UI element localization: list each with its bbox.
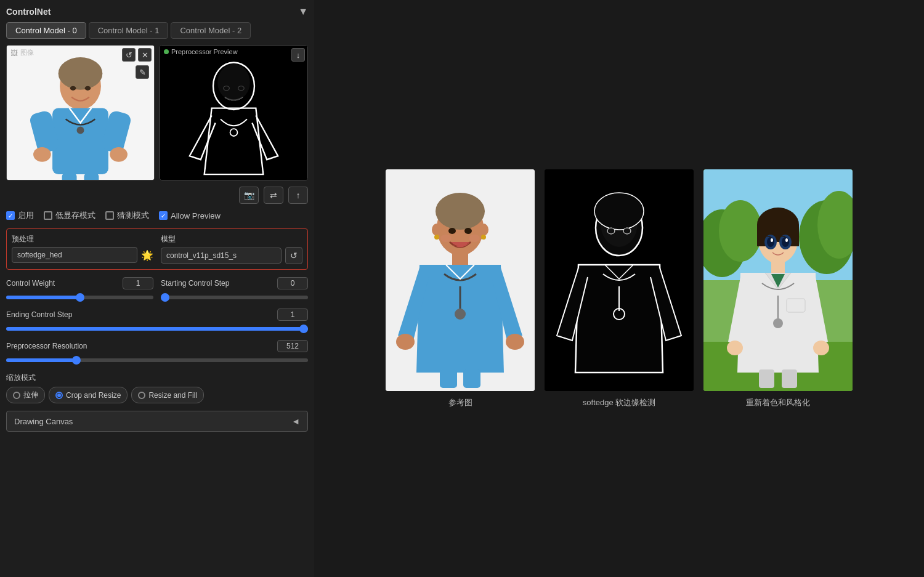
drawing-canvas-row[interactable]: Drawing Canvas ◄ <box>6 411 308 432</box>
guess-mode-checkbox[interactable]: 猜测模式 <box>105 210 149 221</box>
svg-point-33 <box>469 235 480 242</box>
panel-header: ControlNet ▼ <box>6 6 308 17</box>
tab-control-model-0[interactable]: Control Model - 0 <box>6 22 86 39</box>
input-image-box[interactable]: 🖼 图像 ↺ ✕ ✎ <box>6 45 155 180</box>
svg-rect-60 <box>771 262 785 274</box>
svg-point-58 <box>771 238 773 242</box>
allow-preview-label: Allow Preview <box>171 211 221 220</box>
close-image-button[interactable]: ✕ <box>138 48 152 62</box>
svg-point-42 <box>623 228 631 234</box>
svg-rect-35 <box>463 369 480 388</box>
download-preview-button[interactable]: ↓ <box>291 48 305 62</box>
nurse-svg <box>7 46 154 180</box>
svg-point-25 <box>481 235 486 240</box>
allow-preview-checkbox[interactable]: Allow Preview <box>159 211 221 220</box>
svg-point-8 <box>77 126 84 134</box>
edit-image-button[interactable]: ✎ <box>136 65 149 79</box>
reference-image <box>386 169 535 391</box>
control-weight-slider[interactable] <box>6 296 153 299</box>
svg-point-41 <box>607 228 615 234</box>
svg-point-21 <box>436 193 485 230</box>
anime-image <box>703 169 853 391</box>
right-panel: 参考图 <box>314 0 924 577</box>
svg-point-22 <box>432 224 442 236</box>
radio-crop-resize[interactable]: Crop and Resize <box>49 387 128 403</box>
preprocessor-preview-box[interactable]: Preprocessor Preview ↓ <box>160 45 308 180</box>
low-vram-checkbox-box[interactable] <box>44 211 52 220</box>
softedge-image <box>545 169 694 391</box>
svg-point-27 <box>396 334 415 350</box>
radio-resize-fill-label: Resize and Fill <box>148 391 197 400</box>
model-row: 预处理 softedge_hed 🌟 模型 control_v11p_sd15_… <box>12 234 302 264</box>
svg-point-57 <box>782 237 789 247</box>
preprocessor-res-slider[interactable] <box>6 358 308 362</box>
radio-resize-fill[interactable]: Resize and Fill <box>131 387 204 403</box>
svg-rect-34 <box>440 369 457 388</box>
camera-button[interactable]: 📷 <box>239 187 259 204</box>
nurse-photo <box>7 46 154 180</box>
tab-control-model-1[interactable]: Control Model - 1 <box>89 22 169 39</box>
tab-control-model-2[interactable]: Control Model - 2 <box>171 22 251 39</box>
preprocessor-preview-label: Preprocessor Preview <box>171 48 238 55</box>
guess-mode-label: 猜测模式 <box>117 210 149 221</box>
svg-point-6 <box>33 147 51 162</box>
drawing-canvas-label: Drawing Canvas <box>14 417 73 426</box>
svg-point-46 <box>719 200 762 262</box>
svg-point-62 <box>727 341 743 355</box>
gallery-caption-softedge: softedge 软边缘检测 <box>583 397 656 408</box>
svg-point-32 <box>440 235 452 242</box>
svg-point-7 <box>110 147 128 162</box>
svg-point-18 <box>217 64 250 101</box>
enable-label: 启用 <box>18 210 34 221</box>
starting-step-label: Starting Control Step <box>161 279 235 288</box>
svg-rect-66 <box>782 369 797 388</box>
svg-point-31 <box>464 228 472 234</box>
svg-point-59 <box>785 238 788 242</box>
svg-rect-53 <box>790 225 799 246</box>
gallery-item-anime: 重新着色和风格化 <box>703 169 853 408</box>
sketch-preview <box>160 46 307 180</box>
starting-step-slider[interactable] <box>161 296 308 299</box>
model-select[interactable]: control_v11p_sd15_s <box>161 248 282 264</box>
preprocessor-col: 预处理 softedge_hed 🌟 <box>12 234 153 264</box>
left-panel: ControlNet ▼ Control Model - 0 Control M… <box>0 0 314 577</box>
preprocessor-select[interactable]: softedge_hed <box>12 247 137 263</box>
svg-point-56 <box>767 237 774 247</box>
image-label: 图像 <box>20 48 34 57</box>
guess-mode-checkbox-box[interactable] <box>105 211 114 220</box>
radio-stretch-label: 拉伸 <box>23 390 38 400</box>
radio-stretch[interactable]: 拉伸 <box>6 387 45 403</box>
status-dot <box>164 49 169 54</box>
svg-point-39 <box>594 193 644 230</box>
sketch-svg <box>160 46 307 180</box>
gallery: 参考图 <box>386 169 853 408</box>
svg-point-28 <box>506 334 524 350</box>
gallery-item-softedge: softedge 软边缘检测 <box>545 169 694 408</box>
fire-icon: 🌟 <box>141 249 153 261</box>
starting-step-value[interactable]: 0 <box>277 277 308 289</box>
allow-preview-checkbox-box[interactable] <box>159 211 168 220</box>
preprocessor-label: 预处理 <box>12 234 153 244</box>
ending-step-slider[interactable] <box>6 327 308 331</box>
upload-button[interactable]: ↑ <box>288 187 308 204</box>
enable-checkbox[interactable]: 启用 <box>6 210 34 221</box>
refresh-model-button[interactable]: ↺ <box>285 247 302 264</box>
zoom-mode-options: 拉伸 Crop and Resize Resize and Fill <box>6 387 308 403</box>
control-weight-label: Control Weight <box>6 279 80 288</box>
ending-step-value[interactable]: 1 <box>277 309 308 321</box>
collapse-arrow-icon[interactable]: ▼ <box>298 6 308 17</box>
tabs-container: Control Model - 0 Control Model - 1 Cont… <box>6 22 308 39</box>
control-weight-value[interactable]: 1 <box>123 277 153 289</box>
svg-point-30 <box>448 228 456 234</box>
preprocessor-res-value[interactable]: 512 <box>277 340 308 352</box>
svg-rect-11 <box>62 173 77 180</box>
refresh-image-button[interactable]: ↺ <box>122 48 136 62</box>
low-vram-checkbox[interactable]: 低显存模式 <box>44 210 95 221</box>
swap-button[interactable]: ⇄ <box>264 187 283 204</box>
gallery-caption-anime: 重新着色和风格化 <box>746 397 810 408</box>
svg-rect-12 <box>84 173 99 180</box>
enable-checkbox-box[interactable] <box>6 211 15 220</box>
svg-point-10 <box>85 86 91 91</box>
radio-stretch-dot <box>13 392 20 399</box>
svg-point-23 <box>479 224 488 236</box>
